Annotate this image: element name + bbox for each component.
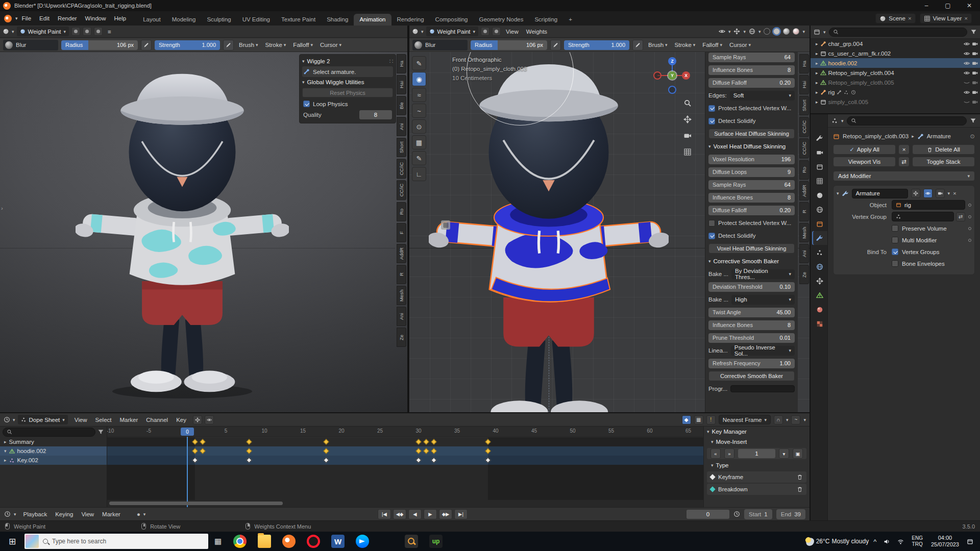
properties-tab-tool[interactable] bbox=[812, 131, 827, 145]
gradient-tool[interactable]: ▦ bbox=[412, 135, 426, 149]
render-visibility-icon[interactable] bbox=[972, 99, 978, 105]
properties-search-input[interactable] bbox=[847, 116, 967, 126]
outliner-item-hoodie-002[interactable]: ▸hoodie.002 bbox=[811, 58, 980, 68]
sidebar-tab-cc-ic[interactable]: CC/iC bbox=[799, 138, 809, 158]
type-expand[interactable]: ▾ bbox=[711, 463, 714, 468]
opera-icon[interactable] bbox=[307, 535, 320, 548]
vertex-mask-toggle[interactable] bbox=[83, 27, 91, 36]
npanel-row-sample-rays[interactable]: Sample Rays64 bbox=[708, 52, 795, 63]
channel-search-input[interactable] bbox=[3, 428, 95, 437]
camera-view-icon[interactable] bbox=[683, 132, 692, 140]
npanel-row-influence-bones[interactable]: Influence Bones8 bbox=[708, 319, 795, 331]
previous-keyframe-button[interactable]: ◀◆ bbox=[393, 509, 406, 519]
sidebar-tab-ha[interactable]: Ha bbox=[799, 54, 809, 73]
checkbox-detect-solidify[interactable] bbox=[708, 233, 715, 239]
workspace-tab-compositing[interactable]: Compositing bbox=[430, 14, 474, 26]
select-bake-[interactable]: High▾ bbox=[731, 295, 795, 305]
viewport-vis-button[interactable]: Viewport Vis bbox=[833, 157, 896, 167]
expand-icon[interactable]: ▸ bbox=[816, 80, 818, 85]
sidebar-tab-short[interactable]: Short bbox=[397, 138, 406, 157]
animate-dot[interactable] bbox=[968, 204, 971, 207]
pin-icon[interactable]: ⊙ bbox=[970, 133, 975, 140]
workspace-tab-rendering[interactable]: Rendering bbox=[391, 14, 430, 26]
toolbar-expand-chevron[interactable]: › bbox=[1, 205, 3, 211]
paint-mask-toggle[interactable] bbox=[481, 27, 489, 36]
expand-icon[interactable]: ▸ bbox=[816, 51, 818, 56]
menu-window[interactable]: Window bbox=[81, 14, 110, 23]
gizmo-z-neg[interactable] bbox=[668, 86, 676, 94]
properties-editor-icon[interactable] bbox=[831, 117, 838, 124]
properties-tab-view-layer[interactable] bbox=[812, 174, 827, 188]
cursor-dropdown[interactable]: Cursor▾ bbox=[318, 42, 344, 48]
expand-icon[interactable]: ▸ bbox=[4, 439, 7, 444]
button-voxel-heat-diffuse-skinning[interactable]: Voxel Heat Diffuse Skinning bbox=[708, 243, 795, 254]
delete-key-type-icon[interactable] bbox=[797, 474, 803, 480]
view-layer-selector[interactable]: View Layer × bbox=[920, 13, 972, 23]
outliner-editor-icon[interactable] bbox=[814, 29, 820, 35]
messenger-icon[interactable] bbox=[356, 535, 369, 548]
channel-hoodie-002[interactable]: ▾hoodie.002 bbox=[0, 446, 107, 456]
timeline-area[interactable]: -10-505101520253035404550556065 0 bbox=[107, 427, 703, 507]
frame-ruler[interactable]: -10-505101520253035404550556065 bbox=[107, 427, 703, 437]
sidebar-tab-mesh[interactable]: Mesh bbox=[799, 223, 809, 242]
viewport-left[interactable]: ▾ Weight Paint ▾ ≡ BlurRadius106 pxStren… bbox=[0, 26, 407, 412]
sidebar-tab-f[interactable]: F bbox=[397, 223, 406, 242]
npanel-slider-diffuse-falloff[interactable]: Diffuse Falloff0.20 bbox=[708, 206, 795, 215]
strength-slider[interactable]: Strength1.000 bbox=[564, 40, 629, 50]
render-visibility-icon[interactable] bbox=[972, 70, 978, 76]
realtime-display-toggle[interactable] bbox=[923, 189, 933, 198]
npanel-row-sample-rays[interactable]: Sample Rays64 bbox=[708, 179, 795, 191]
workspace-tab-texture-paint[interactable]: Texture Paint bbox=[276, 14, 321, 26]
scene-unlink-icon[interactable]: × bbox=[908, 15, 912, 21]
editor-type-icon[interactable] bbox=[3, 28, 9, 35]
frame-start-field[interactable]: Start 1 bbox=[744, 509, 772, 519]
npanel-row-prune-threshold[interactable]: Prune Threshold0.01 bbox=[708, 332, 795, 344]
viewport-right-canvas[interactable]: Front Orthographic (0) Retopo_simply_clo… bbox=[409, 52, 810, 412]
render-visibility-icon[interactable] bbox=[972, 60, 978, 66]
move-insert-expand[interactable]: ▾ bbox=[711, 439, 714, 444]
pan-icon[interactable] bbox=[683, 115, 692, 123]
outliner-item-cs-user-c-arm-fk-r-002[interactable]: ▸cs_user_c_arm_fk.r.002 bbox=[811, 48, 980, 58]
outliner-item-simply-coll-005[interactable]: ▸simply_coll.005 bbox=[811, 97, 980, 107]
outliner-item-char-grp-004[interactable]: ▸char_grp.004 bbox=[811, 39, 980, 48]
current-frame-badge[interactable]: 0 bbox=[181, 428, 194, 436]
task-view-button[interactable]: ▦ bbox=[208, 532, 228, 551]
properties-tab-render[interactable] bbox=[812, 145, 827, 159]
multi-modifier-checkbox[interactable] bbox=[892, 237, 898, 243]
gizmo-x-axis[interactable]: X bbox=[682, 71, 690, 80]
clear-button[interactable]: × bbox=[898, 144, 910, 155]
npanel-row-influence-bones[interactable]: Influence Bones8 bbox=[708, 64, 795, 76]
npanel-slider-sample-rays[interactable]: Sample Rays64 bbox=[708, 53, 795, 62]
expand-icon[interactable]: ▾ bbox=[4, 448, 7, 454]
chrome-icon[interactable] bbox=[233, 535, 247, 548]
smear-tool[interactable]: ~ bbox=[412, 104, 426, 118]
workspace-tab-modeling[interactable]: Modeling bbox=[166, 14, 202, 26]
jump-to-end-button[interactable]: ▶| bbox=[454, 509, 468, 519]
radius-slider[interactable]: Radius106 px bbox=[61, 40, 138, 50]
npanel-slider-influence-bones[interactable]: Influence Bones8 bbox=[708, 65, 795, 75]
file-explorer-icon[interactable] bbox=[258, 535, 271, 548]
channel-key-002[interactable]: ▸Key.002 bbox=[0, 456, 107, 465]
sidebar-tab-ani[interactable]: Ani bbox=[799, 244, 809, 263]
radius-slider[interactable]: Radius106 px bbox=[471, 40, 547, 50]
use-preview-range-icon[interactable] bbox=[733, 511, 740, 517]
visibility-eye-icon[interactable] bbox=[964, 41, 970, 47]
workspace-tab-sculpting[interactable]: Sculpting bbox=[201, 14, 236, 26]
breadcrumb-modifier[interactable]: Armature bbox=[927, 133, 951, 139]
material-shading-icon[interactable] bbox=[783, 28, 790, 35]
only-selected-filter-icon[interactable] bbox=[193, 415, 202, 424]
preserve-volume-checkbox[interactable] bbox=[892, 225, 898, 232]
gizmo-z-axis[interactable]: Z bbox=[668, 57, 676, 65]
add-modifier-dropdown[interactable]: Add Modifier▾ bbox=[833, 171, 975, 181]
key-manager-expand[interactable]: ▾ bbox=[707, 429, 709, 434]
strength-pressure-icon[interactable] bbox=[632, 40, 643, 51]
button-surface-heat-diffuse-skinning[interactable]: Surface Heat Diffuse Skinning bbox=[708, 129, 795, 139]
playback-menu-marker[interactable]: Marker bbox=[98, 510, 125, 519]
snap-magnet-icon[interactable]: ∩ bbox=[774, 415, 783, 424]
render-visibility-icon[interactable] bbox=[972, 41, 978, 47]
expand-icon[interactable]: ▾ bbox=[708, 144, 711, 149]
properties-filter-icon[interactable] bbox=[970, 117, 976, 124]
blur-tool[interactable]: ◉ bbox=[412, 72, 426, 86]
dope-menu-select[interactable]: Select bbox=[91, 415, 116, 424]
expand-icon[interactable]: ▸ bbox=[816, 99, 818, 105]
